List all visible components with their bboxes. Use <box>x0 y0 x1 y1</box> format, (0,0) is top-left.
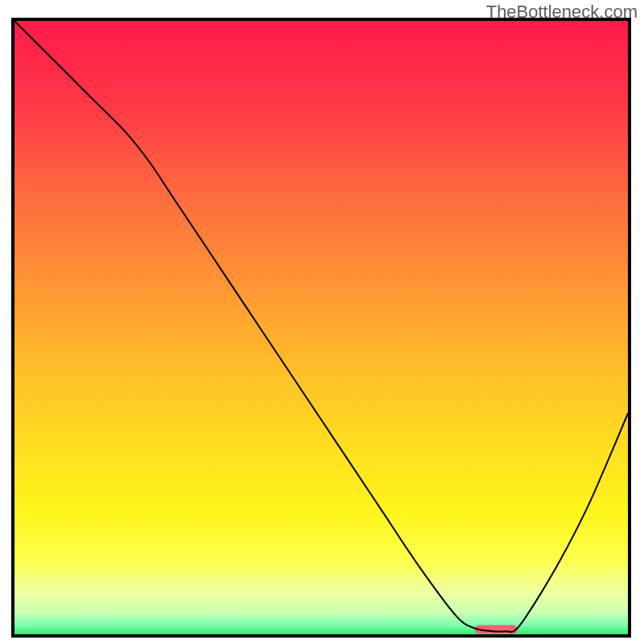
chart-plot-area <box>11 18 631 638</box>
chart-container: TheBottleneck.com <box>0 0 644 644</box>
chart-svg <box>14 21 628 634</box>
